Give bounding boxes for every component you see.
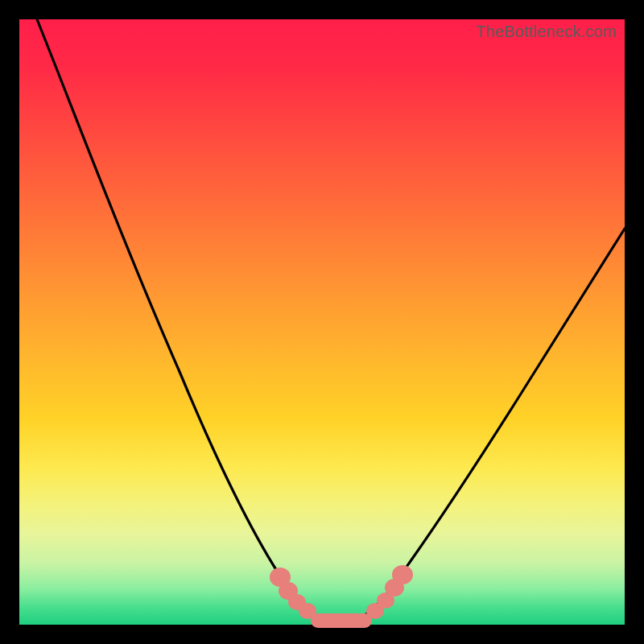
svg-rect-4 <box>311 613 372 628</box>
chart-frame: TheBottleneck.com <box>0 0 644 644</box>
plot-area: TheBottleneck.com <box>19 19 625 625</box>
svg-point-8 <box>392 565 413 584</box>
bottleneck-curve <box>19 19 625 625</box>
curve-path <box>37 19 625 623</box>
valley-highlight-group <box>270 565 413 628</box>
